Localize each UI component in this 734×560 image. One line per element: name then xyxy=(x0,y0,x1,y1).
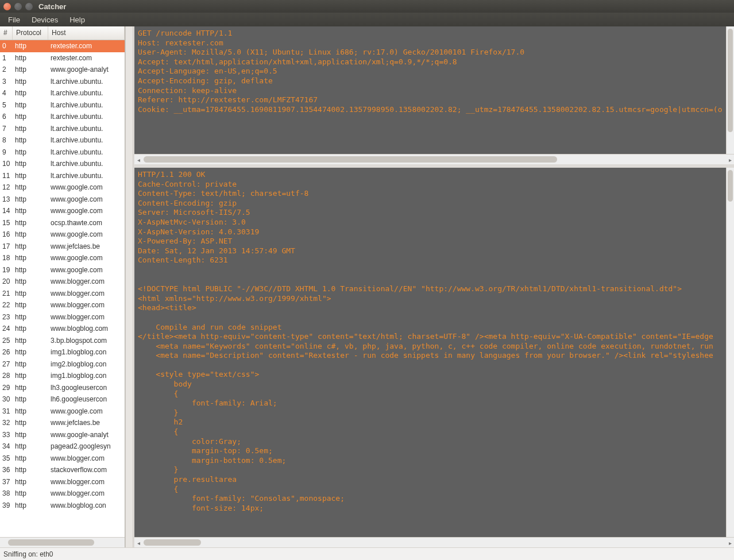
table-row[interactable]: 24httpwww.blogblog.com xyxy=(0,323,125,335)
request-table: # Protocol Host 0httprextester.com1httpr… xyxy=(0,26,125,547)
table-row[interactable]: 38httpwww.blogger.com xyxy=(0,488,125,500)
cell-protocol: http xyxy=(13,395,48,403)
cell-protocol: http xyxy=(13,160,48,168)
scroll-right-icon[interactable]: ▸ xyxy=(726,155,734,165)
cell-protocol: http xyxy=(13,207,48,215)
table-row[interactable]: 8httplt.archive.ubuntu. xyxy=(0,134,125,146)
cell-host: www.google.com xyxy=(48,407,125,415)
table-row[interactable]: 18httpwww.google.com xyxy=(0,252,125,264)
cell-protocol: http xyxy=(13,65,48,74)
table-row[interactable]: 39httpwww.blogblog.con xyxy=(0,500,125,512)
table-row[interactable]: 31httpwww.google.com xyxy=(0,405,125,418)
table-row[interactable]: 15httpocsp.thawte.com xyxy=(0,217,125,229)
cell-host: www.blogger.com xyxy=(48,478,125,486)
scroll-right-icon[interactable]: ▸ xyxy=(726,538,734,548)
table-row[interactable]: 28httpimg1.blogblog.con xyxy=(0,370,125,382)
table-row[interactable]: 34httppagead2.googlesyn xyxy=(0,441,125,453)
cell-host: www.google.com xyxy=(48,254,125,262)
table-row[interactable]: 30httplh6.googleusercon xyxy=(0,393,125,405)
table-row[interactable]: 36httpstackoverflow.com xyxy=(0,464,125,476)
cell-num: 7 xyxy=(0,125,13,133)
cell-protocol: http xyxy=(13,219,48,227)
cell-num: 27 xyxy=(0,360,13,368)
table-row[interactable]: 9httplt.archive.ubuntu. xyxy=(0,146,125,159)
cell-host: lt.archive.ubuntu. xyxy=(48,136,125,144)
list-hscroll-thumb[interactable] xyxy=(8,539,94,546)
menu-help[interactable]: Help xyxy=(64,14,91,26)
col-header-host[interactable]: Host xyxy=(48,26,125,40)
table-row[interactable]: 6httplt.archive.ubuntu. xyxy=(0,111,125,123)
status-text: Sniffing on: eth0 xyxy=(3,550,53,558)
cell-protocol: http xyxy=(13,89,48,97)
table-row[interactable]: 13httpwww.google.com xyxy=(0,194,125,206)
table-row[interactable]: 25http3.bp.blogspot.com xyxy=(0,335,125,347)
scroll-left-icon[interactable]: ◂ xyxy=(134,155,142,165)
request-vscroll-thumb[interactable] xyxy=(728,29,733,132)
close-icon[interactable] xyxy=(3,3,11,10)
response-hscroll-thumb[interactable] xyxy=(144,539,201,546)
table-row[interactable]: 22httpwww.blogger.com xyxy=(0,299,125,311)
response-text[interactable]: HTTP/1.1 200 OK Cache-Control: private C… xyxy=(134,168,726,537)
table-row[interactable]: 3httplt.archive.ubuntu. xyxy=(0,76,125,88)
cell-host: rextester.com xyxy=(48,42,125,50)
list-vscrollbar[interactable] xyxy=(125,26,133,547)
response-hscrollbar[interactable]: ◂ ▸ xyxy=(134,537,734,547)
cell-host: lt.archive.ubuntu. xyxy=(48,101,125,109)
cell-protocol: http xyxy=(13,337,48,345)
response-vscrollbar[interactable] xyxy=(726,168,734,537)
table-body[interactable]: 0httprextester.com1httprextester.com2htt… xyxy=(0,40,125,537)
table-row[interactable]: 20httpwww.blogger.com xyxy=(0,276,125,288)
cell-num: 14 xyxy=(0,207,13,215)
scroll-left-icon[interactable]: ◂ xyxy=(134,538,142,548)
cell-host: lt.archive.ubuntu. xyxy=(48,113,125,121)
table-row[interactable]: 4httplt.archive.ubuntu. xyxy=(0,87,125,99)
response-vscroll-thumb[interactable] xyxy=(728,170,733,202)
col-header-protocol[interactable]: Protocol xyxy=(13,26,48,40)
request-vscrollbar[interactable] xyxy=(726,26,734,154)
table-row[interactable]: 26httpimg1.blogblog.con xyxy=(0,346,125,358)
maximize-icon[interactable] xyxy=(25,3,33,10)
table-row[interactable]: 7httplt.archive.ubuntu. xyxy=(0,123,125,135)
table-row[interactable]: 2httpwww.google-analyt xyxy=(0,64,125,76)
table-row[interactable]: 23httpwww.blogger.com xyxy=(0,311,125,323)
request-hscroll-thumb[interactable] xyxy=(144,156,557,163)
table-row[interactable]: 27httpimg2.blogblog.con xyxy=(0,358,125,370)
list-hscrollbar[interactable] xyxy=(0,537,125,547)
table-row[interactable]: 10httplt.archive.ubuntu. xyxy=(0,158,125,170)
cell-host: lt.archive.ubuntu. xyxy=(48,160,125,168)
minimize-icon[interactable] xyxy=(14,3,22,10)
cell-protocol: http xyxy=(13,454,48,462)
table-row[interactable]: 33httpwww.google-analyt xyxy=(0,429,125,441)
cell-num: 5 xyxy=(0,101,13,109)
cell-protocol: http xyxy=(13,384,48,392)
cell-protocol: http xyxy=(13,313,48,321)
cell-host: www.google.com xyxy=(48,195,125,203)
table-row[interactable]: 12httpwww.google.com xyxy=(0,181,125,194)
table-row[interactable]: 1httprextester.com xyxy=(0,52,125,64)
request-pane-wrap: GET /runcode HTTP/1.1 Host: rextester.co… xyxy=(134,26,734,154)
col-header-num[interactable]: # xyxy=(0,26,13,40)
cell-num: 34 xyxy=(0,442,13,450)
table-row[interactable]: 37httpwww.blogger.com xyxy=(0,476,125,488)
table-row[interactable]: 32httpwww.jefclaes.be xyxy=(0,417,125,429)
cell-host: www.google.com xyxy=(48,183,125,191)
table-row[interactable]: 0httprextester.com xyxy=(0,40,125,52)
request-text[interactable]: GET /runcode HTTP/1.1 Host: rextester.co… xyxy=(134,26,726,154)
cell-num: 20 xyxy=(0,277,13,285)
menu-file[interactable]: File xyxy=(2,14,26,26)
cell-protocol: http xyxy=(13,113,48,121)
table-row[interactable]: 19httpwww.google.com xyxy=(0,264,125,276)
table-row[interactable]: 5httplt.archive.ubuntu. xyxy=(0,99,125,111)
cell-protocol: http xyxy=(13,266,48,274)
table-row[interactable]: 21httpwww.blogger.com xyxy=(0,288,125,300)
table-row[interactable]: 16httpwww.google.com xyxy=(0,229,125,241)
table-row[interactable]: 29httplh3.googleusercon xyxy=(0,382,125,394)
table-row[interactable]: 14httpwww.google.com xyxy=(0,205,125,217)
table-row[interactable]: 17httpwww.jefclaes.be xyxy=(0,241,125,253)
request-hscrollbar[interactable]: ◂ ▸ xyxy=(134,154,734,164)
cell-host: www.google.com xyxy=(48,266,125,274)
menu-devices[interactable]: Devices xyxy=(26,14,64,26)
table-row[interactable]: 35httpwww.blogger.com xyxy=(0,453,125,465)
cell-protocol: http xyxy=(13,431,48,439)
table-row[interactable]: 11httplt.archive.ubuntu. xyxy=(0,170,125,182)
